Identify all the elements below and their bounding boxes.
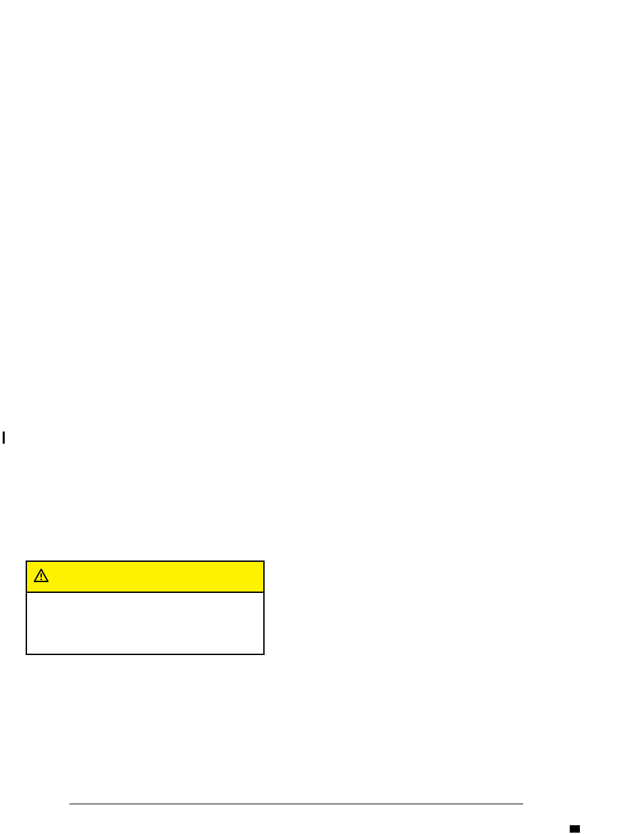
caution-body	[27, 593, 263, 654]
svg-point-1	[41, 579, 42, 580]
change-bar	[3, 432, 5, 444]
page-number-indicator	[570, 825, 580, 833]
page: CAUTION	[0, 0, 644, 834]
caution-header: CAUTION	[27, 562, 263, 593]
caution-box: CAUTION	[26, 561, 265, 655]
warning-triangle-icon	[34, 569, 49, 585]
footer-rule	[70, 804, 523, 804]
